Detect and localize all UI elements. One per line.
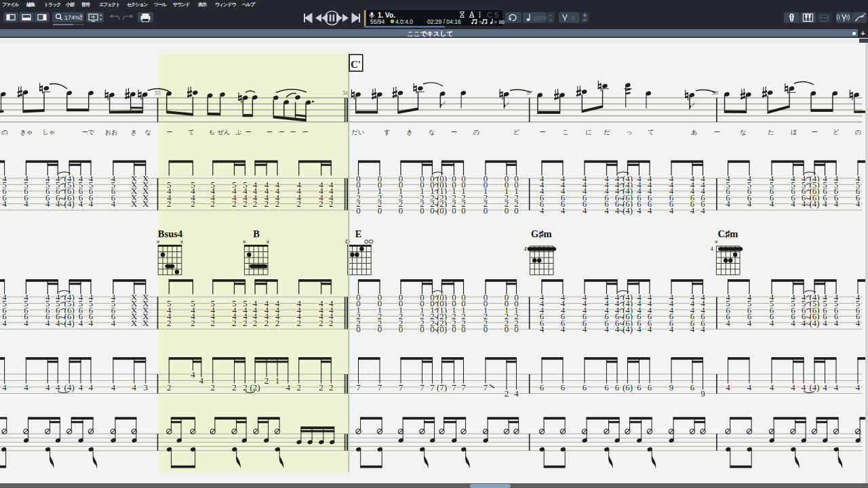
- svg-text:4: 4: [24, 382, 28, 392]
- svg-text:ど: ど: [513, 129, 519, 136]
- svg-text:×: ×: [157, 239, 160, 245]
- svg-text:4: 4: [79, 318, 83, 328]
- svg-text:(4): (4): [64, 318, 75, 328]
- svg-text:0: 0: [514, 324, 519, 334]
- svg-text:(2): (2): [250, 382, 260, 392]
- svg-text:7: 7: [420, 382, 425, 392]
- svg-text:た: た: [768, 129, 774, 136]
- svg-text:き: き: [131, 129, 137, 136]
- svg-text:6: 6: [648, 382, 652, 392]
- svg-text:0: 0: [378, 205, 382, 216]
- svg-text:4: 4: [514, 388, 519, 399]
- svg-text:4: 4: [791, 382, 795, 392]
- svg-text:4: 4: [561, 324, 566, 334]
- svg-text:G♯m: G♯m: [531, 228, 552, 239]
- svg-text:×: ×: [266, 239, 269, 245]
- svg-text:2: 2: [167, 318, 172, 328]
- svg-text:2: 2: [264, 318, 269, 328]
- svg-text:4: 4: [823, 382, 827, 392]
- svg-text:4: 4: [24, 199, 28, 209]
- svg-text:4: 4: [747, 382, 752, 392]
- svg-text:4: 4: [604, 205, 609, 216]
- svg-text:6: 6: [583, 382, 587, 392]
- svg-text:2: 2: [329, 382, 334, 392]
- svg-text:4: 4: [286, 382, 291, 392]
- svg-text:7: 7: [399, 382, 403, 392]
- svg-text:ー: ー: [539, 129, 545, 136]
- svg-text:4: 4: [701, 324, 705, 334]
- svg-text:2: 2: [211, 318, 216, 328]
- svg-text:(0): (0): [437, 324, 447, 334]
- svg-text:ぜん: ぜん: [218, 129, 231, 136]
- svg-text:C 5: C 5: [487, 11, 498, 19]
- svg-text:0: 0: [420, 205, 425, 216]
- svg-text:0: 0: [452, 324, 456, 334]
- svg-text:き: き: [406, 129, 412, 136]
- svg-text:で: で: [88, 129, 95, 136]
- svg-text:2: 2: [319, 382, 323, 392]
- svg-text:100%: 100%: [533, 15, 548, 22]
- svg-text:7: 7: [452, 382, 456, 392]
- svg-text:2: 2: [329, 318, 334, 328]
- svg-text:ー: ー: [278, 129, 284, 136]
- svg-text:4: 4: [701, 205, 705, 216]
- svg-text:4: 4: [45, 382, 50, 392]
- svg-text:4: 4: [726, 318, 730, 328]
- svg-text:X: X: [131, 318, 138, 328]
- svg-text:4: 4: [648, 324, 652, 334]
- svg-text:9: 9: [701, 388, 705, 399]
- svg-text:の: の: [473, 129, 479, 136]
- svg-text:4: 4: [747, 199, 752, 209]
- svg-text:0: 0: [356, 205, 361, 216]
- svg-text:ぶ: ぶ: [235, 129, 241, 136]
- svg-text:4: 4: [540, 205, 545, 216]
- svg-text:(4): (4): [809, 382, 819, 392]
- svg-text:0: 0: [378, 324, 382, 334]
- svg-text:4: 4: [89, 382, 94, 392]
- svg-text:(0): (0): [437, 205, 447, 216]
- svg-text:2: 2: [319, 318, 323, 328]
- svg-text:0: 0: [505, 205, 509, 216]
- svg-text:2: 2: [232, 199, 237, 209]
- svg-text:2: 2: [319, 199, 323, 209]
- svg-text:0: 0: [430, 324, 435, 334]
- svg-text:2: 2: [191, 318, 195, 328]
- svg-text:6: 6: [561, 382, 566, 392]
- svg-text:2: 2: [296, 382, 301, 392]
- svg-text:な: な: [145, 129, 151, 136]
- svg-text:2: 2: [211, 382, 216, 392]
- svg-text:4: 4: [89, 199, 94, 209]
- svg-text:2: 2: [264, 375, 269, 386]
- svg-text:4: 4: [56, 199, 60, 209]
- svg-text:4: 4: [604, 324, 609, 334]
- svg-text:E: E: [355, 228, 362, 239]
- svg-text:2: 2: [329, 199, 334, 209]
- svg-text:4: 4: [615, 205, 620, 216]
- svg-text:4: 4: [823, 199, 827, 209]
- svg-text:っ: っ: [626, 129, 632, 136]
- svg-text:= 88: = 88: [494, 19, 505, 25]
- svg-text:こ: こ: [563, 129, 569, 136]
- svg-text:4: 4: [524, 245, 527, 252]
- svg-text:4: 4: [56, 318, 60, 328]
- svg-text:4: 4: [834, 318, 839, 328]
- svg-text:6: 6: [604, 382, 609, 392]
- svg-text:(4): (4): [64, 382, 75, 392]
- svg-text:Bsus4: Bsus4: [158, 228, 182, 239]
- svg-text:4: 4: [111, 318, 116, 328]
- svg-text:4: 4: [132, 382, 137, 392]
- svg-text:4: 4: [802, 382, 806, 392]
- svg-text:0: 0: [514, 205, 519, 216]
- svg-text:4.0:4.0: 4.0:4.0: [395, 18, 413, 25]
- svg-text:2: 2: [253, 199, 258, 209]
- svg-text:0: 0: [420, 324, 425, 334]
- svg-text:4: 4: [823, 318, 827, 328]
- svg-text:4: 4: [583, 205, 587, 216]
- svg-text:4: 4: [111, 199, 116, 209]
- svg-text:の: の: [855, 129, 861, 136]
- svg-text:4: 4: [191, 369, 195, 380]
- svg-text:て: て: [648, 129, 654, 136]
- svg-text:だい: だい: [352, 129, 365, 136]
- svg-text:0: 0: [399, 324, 403, 334]
- svg-text:4: 4: [79, 199, 83, 209]
